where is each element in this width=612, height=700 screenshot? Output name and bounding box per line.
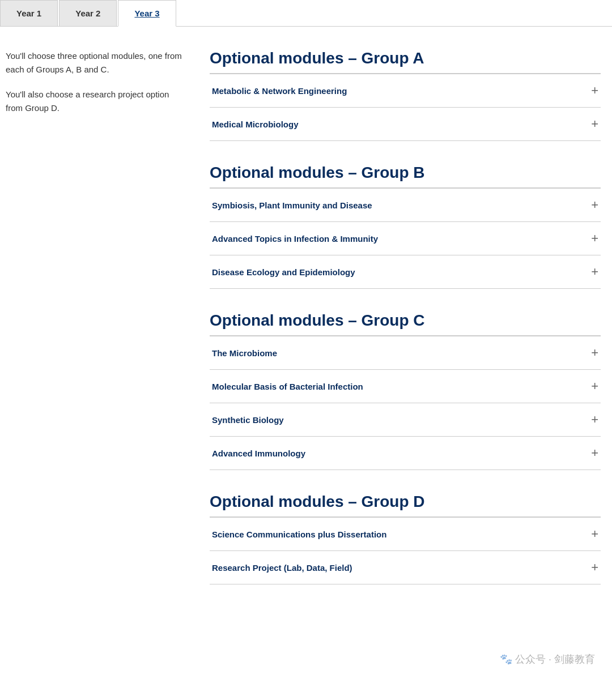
group-b: Optional modules – Group B Symbiosis, Pl…: [210, 164, 601, 289]
expand-icon-medical-micro: +: [591, 118, 598, 130]
module-name-medical-micro: Medical Microbiology: [212, 119, 299, 129]
module-name-molecular-basis: Molecular Basis of Bacterial Infection: [212, 382, 363, 391]
group-c: Optional modules – Group C The Microbiom…: [210, 311, 601, 470]
description-paragraph1: You'll choose three optional modules, on…: [6, 49, 187, 76]
expand-icon-symbiosis: +: [591, 199, 598, 211]
group-d: Optional modules – Group D Science Commu…: [210, 493, 601, 584]
tab-year1[interactable]: Year 1: [0, 0, 58, 26]
expand-icon-advanced-topics: +: [591, 232, 598, 245]
expand-icon-advanced-immunology: +: [591, 447, 598, 459]
expand-icon-research-project: +: [591, 561, 598, 574]
module-name-disease-ecology: Disease Ecology and Epidemiology: [212, 267, 355, 277]
module-item-medical-micro[interactable]: Medical Microbiology +: [210, 108, 601, 141]
description-paragraph2: You'll also choose a research project op…: [6, 88, 187, 115]
module-name-advanced-immunology: Advanced Immunology: [212, 449, 305, 458]
tab-year2[interactable]: Year 2: [59, 0, 117, 26]
expand-icon-microbiome: +: [591, 347, 598, 359]
module-item-advanced-topics[interactable]: Advanced Topics in Infection & Immunity …: [210, 222, 601, 255]
module-item-molecular-basis[interactable]: Molecular Basis of Bacterial Infection +: [210, 370, 601, 403]
module-item-advanced-immunology[interactable]: Advanced Immunology +: [210, 437, 601, 470]
group-c-title: Optional modules – Group C: [210, 311, 601, 330]
group-a-title: Optional modules – Group A: [210, 49, 601, 67]
module-name-microbiome: The Microbiome: [212, 348, 277, 358]
module-item-science-comms[interactable]: Science Communications plus Dissertation…: [210, 517, 601, 551]
expand-icon-science-comms: +: [591, 528, 598, 540]
module-item-disease-ecology[interactable]: Disease Ecology and Epidemiology +: [210, 255, 601, 289]
module-name-metabolic: Metabolic & Network Engineering: [212, 86, 347, 96]
group-b-title: Optional modules – Group B: [210, 164, 601, 182]
module-item-symbiosis[interactable]: Symbiosis, Plant Immunity and Disease +: [210, 188, 601, 222]
module-name-science-comms: Science Communications plus Dissertation: [212, 530, 386, 539]
year-tabs: Year 1 Year 2 Year 3: [0, 0, 612, 27]
group-d-title: Optional modules – Group D: [210, 493, 601, 511]
module-name-advanced-topics: Advanced Topics in Infection & Immunity: [212, 234, 378, 244]
module-name-research-project: Research Project (Lab, Data, Field): [212, 563, 352, 573]
expand-icon-disease-ecology: +: [591, 266, 598, 278]
tab-year3[interactable]: Year 3: [118, 0, 176, 27]
module-item-research-project[interactable]: Research Project (Lab, Data, Field) +: [210, 551, 601, 584]
module-name-symbiosis: Symbiosis, Plant Immunity and Disease: [212, 200, 372, 210]
module-item-synthetic-biology[interactable]: Synthetic Biology +: [210, 403, 601, 437]
module-item-metabolic[interactable]: Metabolic & Network Engineering +: [210, 74, 601, 108]
right-panel: Optional modules – Group A Metabolic & N…: [210, 49, 601, 607]
module-item-microbiome[interactable]: The Microbiome +: [210, 336, 601, 370]
group-a: Optional modules – Group A Metabolic & N…: [210, 49, 601, 141]
module-name-synthetic-biology: Synthetic Biology: [212, 415, 284, 425]
expand-icon-metabolic: +: [591, 84, 598, 97]
expand-icon-synthetic-biology: +: [591, 413, 598, 426]
expand-icon-molecular-basis: +: [591, 380, 598, 392]
left-panel: You'll choose three optional modules, on…: [6, 49, 187, 607]
main-content: You'll choose three optional modules, on…: [0, 27, 612, 630]
